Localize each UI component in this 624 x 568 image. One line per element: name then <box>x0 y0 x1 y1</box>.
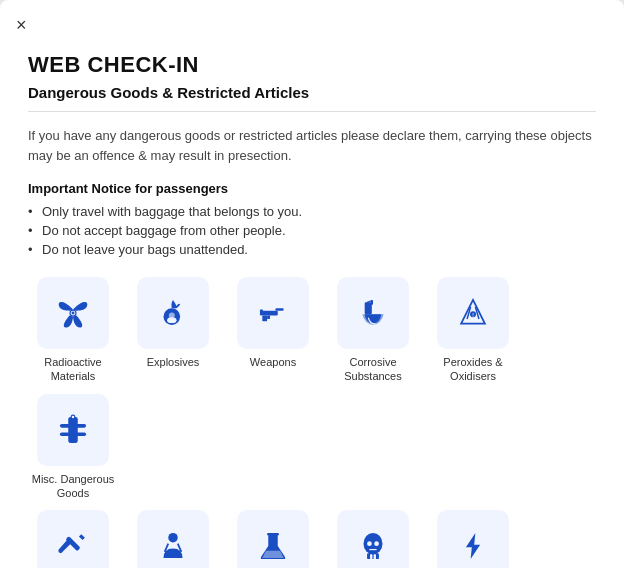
misc-icon <box>54 411 92 449</box>
icon-label-peroxides: Peroxides & Oxidisers <box>428 355 518 384</box>
svg-point-22 <box>168 533 178 543</box>
svg-marker-32 <box>466 533 480 559</box>
icon-misc: Misc. Dangerous Goods <box>28 394 118 501</box>
icon-explosives: Explosives <box>128 277 218 384</box>
bolt-icon <box>454 527 492 565</box>
icon-box-skull <box>337 510 409 568</box>
svg-rect-27 <box>367 553 379 559</box>
divider <box>28 111 596 112</box>
svg-point-28 <box>367 541 372 546</box>
svg-rect-12 <box>371 300 373 305</box>
svg-point-20 <box>72 415 74 417</box>
svg-rect-9 <box>267 315 270 319</box>
icon-box-explosives <box>137 277 209 349</box>
icon-label-radioactive: Radioactive Materials <box>28 355 118 384</box>
icon-weapons: Weapons <box>228 277 318 384</box>
icon-box-peroxides: ! <box>437 277 509 349</box>
list-item: Only travel with baggage that belongs to… <box>28 204 596 219</box>
icon-corrosive: Corrosive Substances <box>328 277 418 384</box>
icon-person <box>128 510 218 568</box>
icon-box-tools <box>37 510 109 568</box>
svg-rect-16 <box>68 417 78 443</box>
person-icon <box>154 527 192 565</box>
svg-point-26 <box>364 533 383 554</box>
icon-box-person <box>137 510 209 568</box>
icon-label-weapons: Weapons <box>250 355 296 369</box>
svg-rect-8 <box>262 315 267 321</box>
tools-icon <box>54 527 92 565</box>
icons-row1: Radioactive Materials Explosives <box>28 277 596 500</box>
icons-row2 <box>28 510 596 568</box>
icon-box-corrosive <box>337 277 409 349</box>
svg-rect-30 <box>370 555 372 560</box>
weapons-icon <box>254 294 292 332</box>
icon-box-bolt <box>437 510 509 568</box>
icon-label-explosives: Explosives <box>147 355 200 369</box>
section-subtitle: Dangerous Goods & Restricted Articles <box>28 84 596 101</box>
modal: × WEB CHECK-IN Dangerous Goods & Restric… <box>0 0 624 568</box>
close-button[interactable]: × <box>16 16 27 34</box>
list-item: Do not leave your bags unattended. <box>28 242 596 257</box>
svg-point-29 <box>374 541 379 546</box>
corrosive-icon <box>354 294 392 332</box>
svg-rect-25 <box>267 533 279 535</box>
icon-box-flask <box>237 510 309 568</box>
description-text: If you have any dangerous goods or restr… <box>28 126 596 165</box>
flask-icon <box>254 527 292 565</box>
svg-rect-17 <box>60 424 86 428</box>
svg-rect-7 <box>275 308 283 310</box>
radioactive-icon <box>54 294 92 332</box>
svg-rect-18 <box>60 432 86 436</box>
svg-point-2 <box>72 312 75 315</box>
icon-bolt <box>428 510 518 568</box>
icon-tools <box>28 510 118 568</box>
icon-label-misc: Misc. Dangerous Goods <box>28 472 118 501</box>
list-item: Do not accept baggage from other people. <box>28 223 596 238</box>
icon-skull <box>328 510 418 568</box>
icon-peroxides: ! Peroxides & Oxidisers <box>428 277 518 384</box>
icon-box-radioactive <box>37 277 109 349</box>
svg-rect-31 <box>374 555 376 560</box>
skull-icon <box>354 527 392 565</box>
peroxides-icon: ! <box>454 294 492 332</box>
icon-flask <box>228 510 318 568</box>
svg-rect-10 <box>260 309 263 311</box>
icon-box-weapons <box>237 277 309 349</box>
notice-list: Only travel with baggage that belongs to… <box>28 204 596 257</box>
explosives-icon <box>154 294 192 332</box>
icon-radioactive: Radioactive Materials <box>28 277 118 384</box>
notice-title: Important Notice for passengers <box>28 181 596 196</box>
icon-label-corrosive: Corrosive Substances <box>328 355 418 384</box>
page-title: WEB CHECK-IN <box>28 52 596 78</box>
svg-point-5 <box>169 312 175 318</box>
icon-box-misc <box>37 394 109 466</box>
